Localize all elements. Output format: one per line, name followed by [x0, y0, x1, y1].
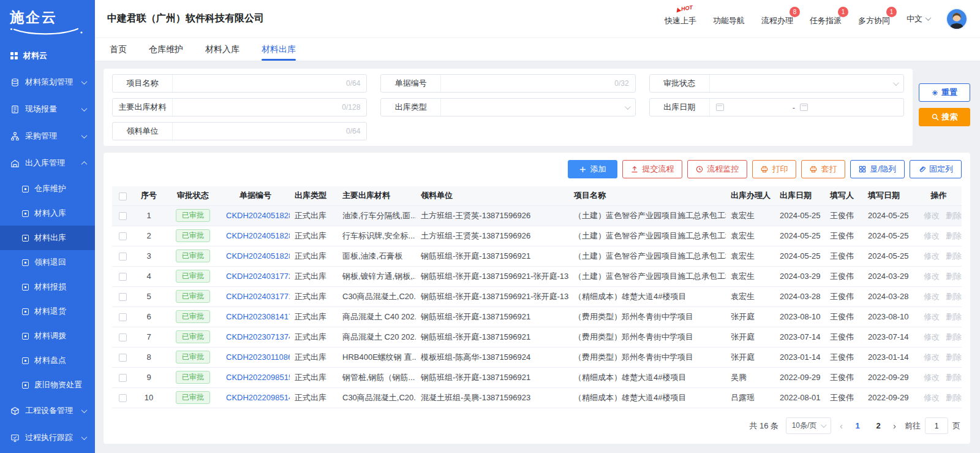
sidebar-item-equipment[interactable]: 工程设备管理 — [0, 397, 95, 424]
print-button[interactable]: 打印 — [752, 160, 796, 178]
row-checkbox[interactable] — [119, 273, 127, 281]
process-monitor-button[interactable]: 流程监控 — [687, 160, 747, 178]
sidebar-item-process-tracking[interactable]: 过程执行跟踪 — [0, 424, 95, 451]
sidebar-subitem[interactable]: 材料入库 — [0, 201, 95, 226]
project-name-input[interactable] — [179, 79, 346, 88]
chevron-up-icon — [81, 161, 88, 167]
page-size-select[interactable]: 10条/页 — [786, 417, 831, 434]
row-checkbox[interactable] — [119, 253, 127, 261]
row-checkbox[interactable] — [119, 232, 127, 240]
delete-action[interactable]: 删除 — [946, 231, 962, 240]
add-button[interactable]: 添加 — [568, 160, 617, 178]
doc-no-link[interactable]: CKDH20230713741 — [226, 332, 290, 341]
select-all-checkbox[interactable] — [119, 192, 127, 200]
sidebar-subitem[interactable]: 材料报损 — [0, 275, 95, 299]
page-tab[interactable]: 首页 — [110, 38, 127, 61]
page-number[interactable]: 1 — [851, 421, 864, 430]
row-checkbox[interactable] — [119, 354, 127, 362]
edit-action[interactable]: 修改 — [924, 211, 940, 220]
delete-action[interactable]: 删除 — [946, 373, 962, 382]
edit-action[interactable]: 修改 — [924, 352, 940, 362]
sidebar-subitem[interactable]: 材料调拨 — [0, 324, 95, 348]
page-tab[interactable]: 仓库维护 — [149, 38, 183, 61]
table-row: 3已审批CKDH20240518285正式出库面板,油漆,石膏板钢筋班组-张开庭… — [112, 246, 962, 266]
edit-action[interactable]: 修改 — [924, 373, 940, 382]
main-material-input[interactable] — [179, 103, 342, 112]
edit-action[interactable]: 修改 — [924, 231, 940, 240]
batch-print-button[interactable]: 套打 — [801, 160, 845, 178]
sidebar-subitem[interactable]: 材料盘点 — [0, 348, 95, 373]
search-button[interactable]: 搜索 — [919, 108, 970, 126]
nav-task-assignment[interactable]: 1任务指派 — [810, 11, 842, 26]
sidebar-item-site-reporting[interactable]: 现场报量 — [0, 96, 95, 123]
row-checkbox[interactable] — [119, 313, 127, 321]
sidebar-subitem[interactable]: 材料出库 — [0, 226, 95, 250]
reset-button[interactable]: 重置 — [919, 83, 970, 102]
edit-action[interactable]: 修改 — [924, 312, 940, 321]
sidebar-subitem[interactable]: 仓库维护 — [0, 177, 95, 201]
page-tab[interactable]: 材料入库 — [205, 38, 239, 61]
delete-action[interactable]: 删除 — [946, 292, 962, 301]
edit-action[interactable]: 修改 — [924, 251, 940, 261]
delete-action[interactable]: 删除 — [946, 332, 962, 341]
show-hide-columns-button[interactable]: 显/隐列 — [850, 160, 905, 178]
next-page-button[interactable]: › — [892, 421, 897, 431]
row-checkbox[interactable] — [119, 394, 127, 402]
doc-no-link[interactable]: CKDH20240518286 — [226, 231, 290, 240]
requisition-unit-input[interactable] — [179, 127, 346, 136]
delete-action[interactable]: 删除 — [946, 272, 962, 281]
doc-no-link[interactable]: CKDH20240518287 — [226, 211, 290, 220]
doc-no-link[interactable]: CKDH20240518285 — [226, 251, 290, 261]
delete-action[interactable]: 删除 — [946, 251, 962, 261]
goto-page-input[interactable] — [925, 417, 948, 434]
submit-process-button[interactable]: 提交流程 — [622, 160, 682, 178]
row-checkbox[interactable] — [119, 293, 127, 301]
submenu-icon — [22, 308, 29, 315]
row-checkbox[interactable] — [119, 333, 127, 341]
outbound-type-select[interactable] — [441, 99, 635, 116]
doc-no-link[interactable]: CKDH20240317728 — [226, 272, 290, 281]
row-checkbox[interactable] — [119, 212, 127, 220]
write-date: 2023-07-14 — [863, 327, 916, 347]
approval-status-select[interactable] — [710, 75, 903, 92]
delete-action[interactable]: 删除 — [946, 393, 962, 402]
doc-no-link[interactable]: CKDH2022098514 — [226, 393, 290, 402]
nav-process-handling[interactable]: 8流程办理 — [761, 11, 793, 26]
char-counter: 0/128 — [342, 103, 360, 112]
nav-feature-navigation[interactable]: 功能导航 — [713, 11, 745, 26]
write-date: 2024-03-28 — [863, 286, 916, 306]
handler: 袁宏生 — [726, 266, 775, 286]
doc-no-link[interactable]: CKDH20230814171 — [226, 312, 290, 321]
page-tab[interactable]: 材料出库 — [262, 38, 296, 61]
delete-action[interactable]: 删除 — [946, 211, 962, 220]
sidebar-section-material-cloud[interactable]: 材料云 — [0, 38, 95, 69]
doc-no-link[interactable]: CKDH20240317713 — [226, 292, 290, 301]
sidebar-subitem[interactable]: 领料退回 — [0, 250, 95, 275]
edit-action[interactable]: 修改 — [924, 292, 940, 301]
doc-no-link[interactable]: CKDH20230110860 — [226, 352, 290, 362]
chevron-down-icon — [81, 407, 88, 413]
edit-action[interactable]: 修改 — [924, 332, 940, 341]
edit-action[interactable]: 修改 — [924, 393, 940, 402]
char-counter: 0/64 — [346, 127, 360, 135]
doc-no-input[interactable] — [447, 79, 614, 88]
language-switcher[interactable]: 中文 — [907, 13, 930, 25]
page-number[interactable]: 2 — [872, 421, 884, 430]
grid-icon — [10, 52, 18, 59]
row-checkbox[interactable] — [119, 374, 127, 382]
fixed-columns-button[interactable]: 固定列 — [910, 160, 962, 178]
sidebar-item-material-planning[interactable]: 材料策划管理 — [0, 69, 95, 96]
sidebar-item-inout-warehouse[interactable]: 出入库管理 — [0, 150, 95, 177]
date-range-picker[interactable]: - — [710, 99, 903, 116]
sidebar-subitem[interactable]: 材料退货 — [0, 299, 95, 324]
nav-multi-collaboration[interactable]: 1多方协同 — [858, 11, 890, 26]
doc-no-link[interactable]: CKDH2022098515 — [226, 373, 290, 382]
edit-action[interactable]: 修改 — [924, 272, 940, 281]
sidebar-item-procurement[interactable]: 采购管理 — [0, 123, 95, 150]
delete-action[interactable]: 删除 — [946, 352, 962, 362]
delete-action[interactable]: 删除 — [946, 312, 962, 321]
sidebar-subitem[interactable]: 废旧物资处置 — [0, 373, 95, 397]
user-avatar[interactable] — [947, 9, 967, 29]
prev-page-button[interactable]: ‹ — [839, 421, 844, 431]
nav-quick-start[interactable]: HOT快速上手 — [665, 11, 696, 26]
